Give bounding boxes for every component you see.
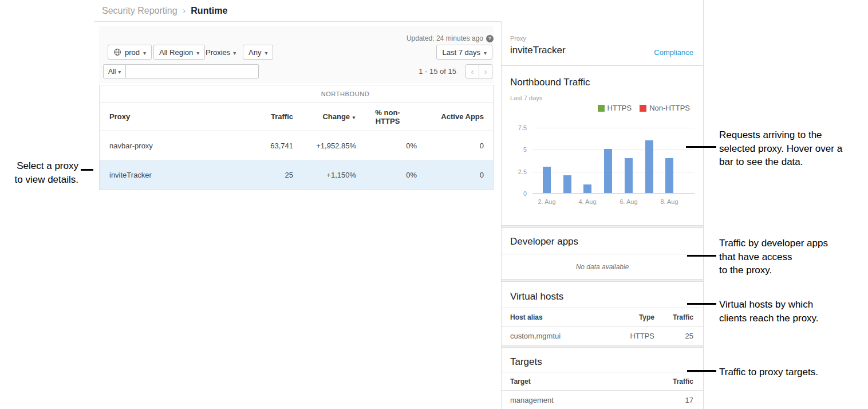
y-axis-tick: 0	[510, 190, 527, 197]
table-row[interactable]: navbar-proxy 63,741 +1,952.85% 0% 0	[100, 131, 493, 160]
proxies-label: Proxies	[206, 48, 230, 57]
annotation-select-proxy: Select a proxy to view details.	[0, 159, 78, 186]
chart-bar[interactable]	[604, 149, 612, 193]
region-label: All Region	[159, 48, 193, 57]
targets-table: Target Traffic management 17	[502, 372, 703, 409]
legend-item-https: HTTPS	[598, 104, 632, 112]
security-reporting-runtime-page: Select a proxy to view details. Security…	[0, 0, 868, 409]
environment-dropdown[interactable]: prod	[108, 45, 152, 60]
page-right-border	[703, 0, 704, 409]
updated-text: Updated: 24 minutes ago	[407, 34, 483, 42]
chart-plot	[532, 128, 695, 194]
prev-page-button[interactable]: ‹	[465, 64, 479, 78]
column-header-proxy[interactable]: Proxy	[109, 112, 243, 121]
column-header-change[interactable]: Change▼	[293, 112, 356, 121]
proxies-dropdown[interactable]: Proxies	[206, 45, 236, 60]
next-page-button[interactable]: ›	[479, 64, 492, 78]
y-axis-tick: 5	[510, 146, 527, 153]
compliance-link[interactable]: Compliance	[654, 48, 693, 57]
help-icon[interactable]: ?	[486, 35, 494, 42]
any-filter-dropdown[interactable]: Any	[243, 45, 273, 60]
annotation-developer-apps: Traffic by developer apps that have acce…	[719, 237, 868, 277]
section-gap	[502, 279, 703, 282]
cell-proxy-name: inviteTracker	[109, 171, 243, 179]
annotation-connector-line	[687, 303, 716, 305]
cell-change: +1,150%	[293, 171, 356, 179]
chart-bar[interactable]	[665, 158, 673, 193]
vhost-cell-host-alias: custom,mgmtui	[510, 332, 614, 340]
chart-bar[interactable]	[563, 175, 571, 193]
no-data-text: No data available	[502, 263, 703, 271]
column-header-traffic[interactable]: Traffic	[243, 112, 293, 121]
cell-non-https: 0%	[356, 171, 419, 179]
breadcrumb-current-runtime: Runtime	[191, 6, 227, 16]
x-axis-tick: 8. Aug	[655, 198, 684, 205]
caret-down-icon	[484, 48, 487, 57]
annotation-connector-line	[686, 146, 716, 148]
targets-section: Targets Target Traffic management 17	[502, 349, 703, 409]
search-input[interactable]	[126, 64, 259, 78]
caret-down-icon	[196, 48, 199, 57]
environment-label: prod	[125, 48, 140, 57]
legend-item-non-https: Non-HTTPS	[640, 104, 690, 112]
virtual-hosts-section: Virtual hosts Host alias Type Traffic cu…	[502, 283, 703, 345]
pagination: 1 - 15 of 15 ‹ ›	[419, 64, 492, 78]
chart-bar[interactable]	[625, 158, 633, 193]
updated-status: Updated: 24 minutes ago ?	[99, 34, 494, 42]
cell-active-apps: 0	[419, 171, 484, 179]
chart-bar[interactable]	[645, 140, 653, 193]
vhost-cell-traffic: 25	[654, 332, 693, 340]
x-axis-tick: 2. Aug	[532, 198, 561, 205]
chart-legend: HTTPS Non-HTTPS	[598, 104, 690, 112]
column-header-non-https[interactable]: % non- HTTPS	[356, 108, 419, 125]
date-range-dropdown[interactable]: Last 7 days	[436, 45, 492, 60]
legend-label-https: HTTPS	[607, 104, 632, 112]
breadcrumb: Security Reporting › Runtime	[102, 5, 227, 17]
section-divider	[502, 254, 703, 254]
caret-down-icon	[265, 48, 267, 57]
y-axis-tick: 2.5	[510, 168, 527, 175]
x-axis-line	[532, 193, 695, 194]
column-header-active-apps[interactable]: Active Apps	[419, 112, 484, 121]
target-cell-target: management	[510, 396, 653, 404]
search-scope-dropdown[interactable]: All	[103, 64, 126, 78]
target-col-traffic: Traffic	[653, 377, 693, 386]
target-col-target: Target	[510, 377, 653, 386]
target-header-row: Target Traffic	[502, 372, 703, 391]
proxy-label: Proxy	[510, 35, 526, 42]
annotation-targets: Traffic to proxy targets.	[719, 365, 868, 379]
section-gap	[502, 225, 703, 228]
proxy-table: NORTHBOUND Proxy Traffic Change▼ % non- …	[99, 85, 494, 190]
y-axis-tick: 7.5	[510, 124, 527, 131]
chart-bar[interactable]	[543, 167, 551, 193]
vhost-cell-type: HTTPS	[614, 332, 654, 340]
vhost-row: custom,mgmtui HTTPS 25	[502, 327, 703, 345]
target-row: management 17	[502, 391, 703, 409]
table-group-header-northbound: NORTHBOUND	[100, 85, 493, 103]
chart-bar[interactable]	[583, 184, 591, 193]
cell-proxy-name: navbar-proxy	[109, 141, 243, 150]
annotation-connector-line	[81, 169, 93, 171]
x-axis-tick: 6. Aug	[614, 198, 643, 205]
gridline	[532, 128, 695, 128]
chevron-right-icon: ›	[183, 5, 186, 17]
developer-apps-section: Developer apps No data available	[502, 229, 703, 279]
table-row-selected[interactable]: inviteTracker 25 +1,150% 0% 0	[100, 160, 493, 190]
search-scope-label: All	[108, 68, 116, 76]
selected-proxy-name: inviteTracker	[510, 45, 566, 56]
caret-down-icon	[233, 48, 236, 57]
globe-icon	[113, 48, 121, 56]
legend-swatch-https	[598, 105, 605, 112]
target-cell-traffic: 17	[653, 396, 693, 404]
cell-change: +1,952.85%	[293, 141, 356, 150]
sort-desc-icon: ▼	[352, 115, 356, 120]
annotation-connector-line	[687, 255, 716, 257]
region-dropdown[interactable]: All Region	[153, 45, 205, 60]
section-title-virtual-hosts: Virtual hosts	[510, 291, 563, 302]
breadcrumb-link-security-reporting[interactable]: Security Reporting	[102, 6, 177, 16]
any-label: Any	[248, 48, 261, 57]
table-header-row: Proxy Traffic Change▼ % non- HTTPS Activ…	[100, 103, 493, 131]
caret-down-icon	[143, 48, 146, 57]
x-axis-tick: 4. Aug	[573, 198, 602, 205]
annotation-virtual-hosts: Virtual hosts by which clients reach the…	[719, 298, 868, 325]
